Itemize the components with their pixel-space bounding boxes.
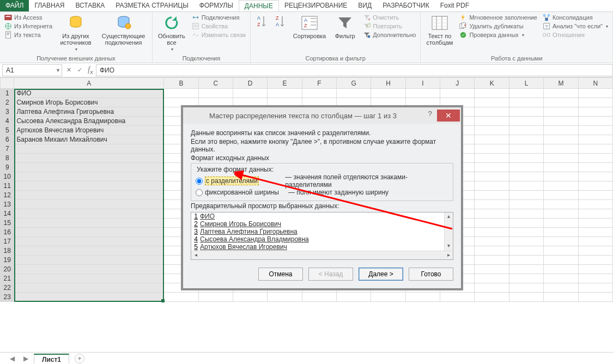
cell-M18[interactable]: [544, 246, 578, 256]
row-header-12[interactable]: 12: [1, 191, 14, 200]
row-header-20[interactable]: 20: [1, 265, 14, 274]
cell-L9[interactable]: [509, 163, 543, 172]
cell-L16[interactable]: [509, 228, 543, 237]
btn-connections[interactable]: Подключения: [191, 13, 247, 22]
col-header-N[interactable]: N: [578, 78, 612, 89]
sheet-nav-next[interactable]: ▶: [20, 355, 32, 362]
cell-M19[interactable]: [544, 256, 578, 265]
cell-A6[interactable]: Баранов Михаил Михайлович: [14, 135, 164, 144]
cell-L12[interactable]: [509, 191, 543, 200]
cell-K18[interactable]: [475, 246, 509, 256]
cell-A3[interactable]: Лаптева Алефтина Григорьевна: [14, 107, 164, 117]
cell-A21[interactable]: [14, 274, 164, 283]
back-button[interactable]: < Назад: [308, 268, 353, 281]
cell-K3[interactable]: [475, 107, 509, 117]
cell-L21[interactable]: [509, 274, 543, 283]
btn-sort-desc[interactable]: ZA: [272, 13, 288, 40]
cell-G1[interactable]: [337, 89, 371, 98]
col-header-K[interactable]: K: [475, 78, 509, 89]
cell-A12[interactable]: [14, 191, 164, 200]
cell-A8[interactable]: [14, 154, 164, 163]
cell-E23[interactable]: [268, 293, 302, 302]
cell-D1[interactable]: [233, 89, 267, 98]
row-header-6[interactable]: 6: [1, 135, 14, 144]
cell-I23[interactable]: [405, 293, 440, 302]
cell-K16[interactable]: [475, 228, 509, 237]
col-header-I[interactable]: I: [405, 78, 440, 89]
cell-K20[interactable]: [475, 265, 509, 274]
select-all-corner[interactable]: [1, 78, 14, 89]
cell-M7[interactable]: [544, 144, 578, 154]
preview-scrollbar-h[interactable]: ◂ ▸: [191, 251, 453, 259]
btn-edit-links[interactable]: Изменить связи: [191, 31, 247, 39]
row-header-17[interactable]: 17: [1, 237, 14, 246]
cell-F23[interactable]: [302, 293, 336, 302]
cell-M20[interactable]: [544, 265, 578, 274]
chevron-down-icon[interactable]: ▼: [56, 68, 60, 73]
cell-K2[interactable]: [475, 98, 509, 107]
btn-what-if[interactable]: ? Анализ "что если"▾: [542, 22, 609, 31]
tab-developer[interactable]: РАЗРАБОТЧИК: [377, 0, 435, 11]
cell-M8[interactable]: [544, 154, 578, 163]
cell-L19[interactable]: [509, 256, 543, 265]
tab-home[interactable]: ГЛАВНАЯ: [29, 0, 70, 11]
btn-reapply[interactable]: Повторить: [362, 22, 417, 31]
cell-C1[interactable]: [198, 89, 233, 98]
cell-L7[interactable]: [509, 144, 543, 154]
cell-K21[interactable]: [475, 274, 509, 283]
col-header-D[interactable]: D: [233, 78, 267, 89]
cell-N3[interactable]: [578, 107, 612, 117]
cell-M23[interactable]: [544, 293, 578, 302]
scroll-right-icon[interactable]: ▸: [444, 251, 453, 259]
cell-A10[interactable]: [14, 172, 164, 181]
col-header-C[interactable]: C: [198, 78, 233, 89]
row-header-10[interactable]: 10: [1, 172, 14, 181]
cell-L8[interactable]: [509, 154, 543, 163]
btn-text-to-columns[interactable]: Текст по столбцам: [424, 13, 455, 47]
preview-scrollbar-v[interactable]: ▴ ▾: [444, 213, 453, 251]
close-button[interactable]: ✕: [437, 110, 460, 122]
formula-input[interactable]: ФИО: [96, 64, 613, 76]
cell-A20[interactable]: [14, 265, 164, 274]
scroll-down-icon[interactable]: ▾: [447, 242, 450, 251]
cell-A19[interactable]: [14, 256, 164, 265]
cell-M11[interactable]: [544, 181, 578, 191]
cell-L11[interactable]: [509, 181, 543, 191]
cell-L1[interactable]: [509, 89, 543, 98]
cell-N7[interactable]: [578, 144, 612, 154]
cell-A16[interactable]: [14, 228, 164, 237]
radio-delimited[interactable]: [196, 178, 203, 185]
tab-formulas[interactable]: ФОРМУЛЫ: [194, 0, 239, 11]
cell-A13[interactable]: [14, 200, 164, 209]
cell-C23[interactable]: [198, 293, 233, 302]
cell-L23[interactable]: [509, 293, 543, 302]
btn-existing-conn[interactable]: Существующие подключения: [98, 13, 149, 53]
cell-N16[interactable]: [578, 228, 612, 237]
cell-A22[interactable]: [14, 283, 164, 293]
cell-N12[interactable]: [578, 191, 612, 200]
cell-A4[interactable]: Сысоева Александра Владмировна: [14, 117, 164, 126]
tab-file[interactable]: ФАЙЛ: [0, 0, 29, 11]
row-header-5[interactable]: 5: [1, 126, 14, 135]
cell-A18[interactable]: [14, 246, 164, 256]
row-header-9[interactable]: 9: [1, 163, 14, 172]
cell-N2[interactable]: [578, 98, 612, 107]
cell-N23[interactable]: [578, 293, 612, 302]
cell-M5[interactable]: [544, 126, 578, 135]
cell-E1[interactable]: [268, 89, 302, 98]
cell-J23[interactable]: [440, 293, 475, 302]
btn-sort-asc[interactable]: AZ: [254, 13, 269, 40]
row-header-8[interactable]: 8: [1, 154, 14, 163]
col-header-A[interactable]: A: [14, 78, 164, 89]
row-header-2[interactable]: 2: [1, 98, 14, 107]
scroll-up-icon[interactable]: ▴: [447, 213, 450, 221]
sheet-tab-active[interactable]: Лист1: [34, 354, 69, 363]
btn-filter[interactable]: Фильтр: [331, 13, 359, 40]
cell-N17[interactable]: [578, 237, 612, 246]
radio-fixed-width[interactable]: [196, 189, 203, 196]
tab-foxit[interactable]: Foxit PDF: [435, 0, 475, 11]
row-header-3[interactable]: 3: [1, 107, 14, 117]
row-header-23[interactable]: 23: [1, 293, 14, 302]
tab-review[interactable]: РЕЦЕНЗИРОВАНИЕ: [279, 0, 353, 11]
cell-N4[interactable]: [578, 117, 612, 126]
